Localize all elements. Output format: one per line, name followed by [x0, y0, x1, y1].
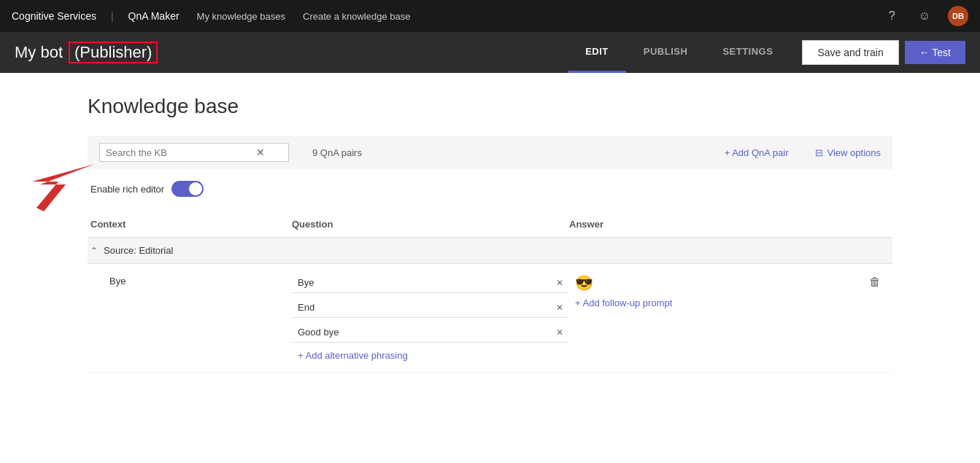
remove-question-1-icon[interactable]: ✕: [556, 278, 563, 288]
question-item-3: Good bye ✕: [292, 322, 569, 343]
rich-editor-toggle[interactable]: [171, 181, 204, 197]
test-button[interactable]: ← Test: [905, 41, 965, 64]
answer-emoji: 😎: [575, 275, 593, 291]
add-followup-label: + Add follow-up prompt: [575, 297, 672, 308]
add-alternative-phrasing-button[interactable]: + Add alternative phrasing: [292, 347, 569, 364]
feedback-icon[interactable]: ☺: [913, 7, 936, 26]
brand-logo: Cognitive Services: [12, 10, 96, 22]
qna-pairs-count: 9 QnA pairs: [312, 147, 362, 158]
search-input[interactable]: [106, 147, 252, 158]
save-and-train-button[interactable]: Save and train: [802, 40, 898, 65]
publisher-badge: (Publisher): [69, 42, 158, 63]
add-follow-up-prompt-button[interactable]: + Add follow-up prompt: [575, 297, 869, 308]
view-options-button[interactable]: ⊟ View options: [815, 147, 881, 158]
table-row: Bye Bye ✕ End ✕ Good bye ✕ + Add alterna…: [88, 264, 892, 373]
source-label: Source: Editorial: [104, 245, 173, 256]
question-text-2: End: [298, 302, 550, 313]
table-header: Context Question Answer: [88, 211, 892, 238]
context-header: Context: [88, 219, 292, 230]
context-value: Bye: [109, 276, 126, 287]
search-box: ✕: [99, 143, 289, 162]
tab-publish[interactable]: PUBLISH: [626, 32, 706, 73]
question-cell: Bye ✕ End ✕ Good bye ✕ + Add alternative…: [292, 273, 569, 364]
nav-divider: |: [111, 10, 114, 22]
question-text-3: Good bye: [298, 327, 550, 338]
answer-header: Answer: [569, 219, 892, 230]
kb-toolbar: ✕ 9 QnA pairs + Add QnA pair ⊟ View opti…: [88, 136, 892, 169]
delete-row-button[interactable]: 🗑: [869, 273, 892, 289]
bot-header: My bot (Publisher) EDIT PUBLISH SETTINGS…: [0, 32, 980, 73]
top-navigation: Cognitive Services | QnA Maker My knowle…: [0, 0, 980, 32]
add-qna-pair-button[interactable]: + Add QnA pair: [725, 147, 789, 158]
my-knowledge-bases-link[interactable]: My knowledge bases: [197, 11, 285, 22]
add-phrasing-label: + Add alternative phrasing: [298, 350, 408, 361]
svg-marker-0: [32, 164, 95, 211]
tab-edit[interactable]: EDIT: [568, 32, 626, 73]
answer-cell: 😎 + Add follow-up prompt: [569, 273, 869, 308]
add-qna-label: + Add QnA pair: [725, 147, 789, 158]
remove-question-2-icon[interactable]: ✕: [556, 303, 563, 313]
delete-icon: 🗑: [869, 276, 881, 288]
main-content: Knowledge base ✕ 9 QnA pairs + Add QnA p…: [0, 73, 980, 388]
remove-question-3-icon[interactable]: ✕: [556, 327, 563, 338]
source-row: ⌃ Source: Editorial: [88, 238, 892, 264]
question-header: Question: [292, 219, 569, 230]
help-icon[interactable]: ?: [883, 7, 901, 26]
annotation-arrow: [0, 157, 95, 217]
qna-maker-logo[interactable]: QnA Maker: [128, 10, 180, 22]
rich-editor-row: Enable rich editor: [90, 181, 892, 197]
question-item-1: Bye ✕: [292, 273, 569, 293]
source-collapse-icon[interactable]: ⌃: [90, 246, 98, 256]
user-avatar[interactable]: DB: [948, 6, 968, 26]
tab-settings[interactable]: SETTINGS: [705, 32, 790, 73]
question-item-2: End ✕: [292, 297, 569, 318]
page-title: Knowledge base: [88, 95, 892, 118]
clear-search-icon[interactable]: ✕: [256, 147, 265, 158]
context-cell: Bye: [88, 273, 292, 287]
create-knowledge-base-link[interactable]: Create a knowledge base: [303, 11, 410, 22]
rich-editor-label: Enable rich editor: [90, 184, 164, 195]
bot-title: My bot: [15, 43, 63, 62]
question-text-1: Bye: [298, 277, 550, 288]
view-options-icon: ⊟: [815, 147, 823, 158]
view-options-label: View options: [827, 147, 881, 158]
